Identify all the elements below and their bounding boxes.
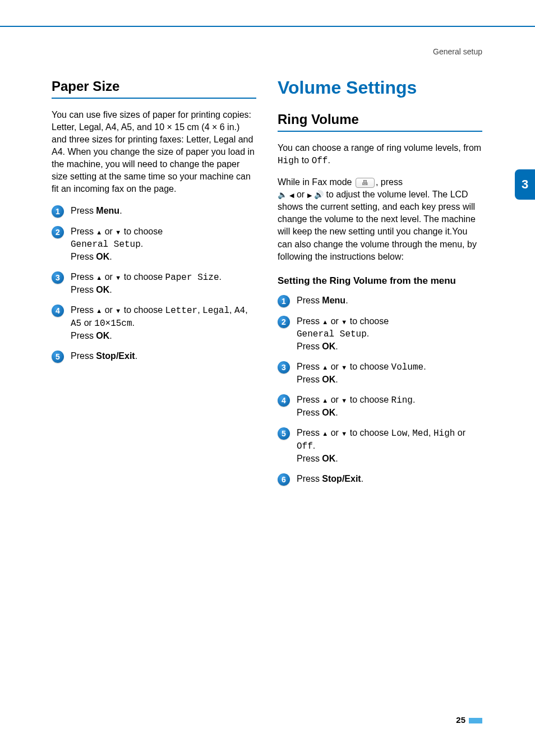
step-4: 4 Press or to choose Letter, Legal, A4, … — [52, 304, 256, 342]
step-text: Press or to choose Low, Med, High or Off… — [297, 427, 482, 465]
step-text: Press Menu. — [297, 294, 348, 307]
right-arrow-icon — [307, 190, 312, 199]
up-arrow-icon — [322, 362, 328, 371]
ring-volume-detail: While in Fax mode 🖷, press 🔈 or 🔊 to adj… — [278, 176, 482, 263]
step-3: 3 Press or to choose Volume. Press OK. — [278, 361, 482, 386]
ring-volume-intro: You can choose a range of ring volume le… — [278, 142, 482, 167]
volume-settings-heading: Volume Settings — [278, 77, 482, 98]
step-bullet-icon: 1 — [278, 295, 290, 307]
sub-heading: Setting the Ring Volume from the menu — [278, 275, 482, 287]
step-text: Press or to choose General Setup. Press … — [71, 225, 163, 263]
down-arrow-icon — [341, 428, 347, 437]
step-bullet-icon: 2 — [278, 316, 290, 328]
speaker-high-icon: 🔊 — [314, 190, 324, 200]
step-text: Press or to choose Ring. Press OK. — [297, 394, 415, 419]
ring-volume-steps: 1 Press Menu. 2 Press or to choose Gener… — [278, 294, 482, 486]
step-text: Press Stop/Exit. — [297, 473, 363, 485]
up-arrow-icon — [322, 428, 328, 437]
step-6: 6 Press Stop/Exit. — [278, 473, 482, 486]
step-2: 2 Press or to choose General Setup. Pres… — [278, 315, 482, 353]
paper-size-heading: Paper Size — [52, 79, 256, 99]
ring-volume-heading: Ring Volume — [278, 112, 482, 132]
page-number: 25 — [456, 715, 482, 725]
step-text: Press or to choose Letter, Legal, A4, A5… — [71, 304, 256, 342]
down-arrow-icon — [341, 316, 347, 326]
up-arrow-icon — [96, 227, 102, 236]
step-5: 5 Press or to choose Low, Med, High or O… — [278, 427, 482, 465]
step-bullet-icon: 4 — [278, 394, 290, 407]
up-arrow-icon — [322, 316, 328, 326]
step-bullet-icon: 3 — [278, 361, 290, 374]
step-3: 3 Press or to choose Paper Size. Press O… — [52, 271, 256, 296]
step-2: 2 Press or to choose General Setup. Pres… — [52, 225, 256, 263]
down-arrow-icon — [115, 227, 121, 236]
up-arrow-icon — [322, 395, 328, 404]
step-text: Press or to choose General Setup. Press … — [297, 315, 389, 353]
step-bullet-icon: 5 — [52, 351, 64, 363]
content-area: Paper Size You can use five sizes of pap… — [52, 79, 482, 494]
chapter-tab: 3 — [515, 169, 535, 200]
speaker-low-icon: 🔈 — [278, 190, 287, 200]
right-column: Volume Settings Ring Volume You can choo… — [278, 79, 482, 494]
step-1: 1 Press Menu. — [52, 205, 256, 218]
up-arrow-icon — [96, 305, 102, 315]
step-bullet-icon: 1 — [52, 205, 64, 218]
up-arrow-icon — [96, 272, 102, 282]
top-rule — [0, 26, 535, 27]
step-text: Press Menu. — [71, 205, 122, 217]
step-bullet-icon: 6 — [278, 473, 290, 486]
left-column: Paper Size You can use five sizes of pap… — [52, 79, 256, 494]
step-bullet-icon: 4 — [52, 305, 64, 317]
step-text: Press or to choose Volume. Press OK. — [297, 361, 426, 386]
fax-mode-icon: 🖷 — [356, 178, 375, 188]
step-bullet-icon: 2 — [52, 226, 64, 238]
down-arrow-icon — [115, 272, 121, 282]
step-text: Press Stop/Exit. — [71, 350, 137, 362]
step-4: 4 Press or to choose Ring. Press OK. — [278, 394, 482, 419]
paper-size-steps: 1 Press Menu. 2 Press or to choose Gener… — [52, 205, 256, 363]
step-bullet-icon: 3 — [52, 271, 64, 284]
down-arrow-icon — [341, 362, 347, 371]
step-1: 1 Press Menu. — [278, 294, 482, 307]
paper-size-intro: You can use five sizes of paper for prin… — [52, 109, 256, 196]
step-text: Press or to choose Paper Size. Press OK. — [71, 271, 222, 296]
down-arrow-icon — [341, 395, 347, 404]
step-bullet-icon: 5 — [278, 427, 290, 440]
step-5: 5 Press Stop/Exit. — [52, 350, 256, 363]
header-section: General setup — [433, 47, 482, 56]
down-arrow-icon — [115, 305, 121, 315]
